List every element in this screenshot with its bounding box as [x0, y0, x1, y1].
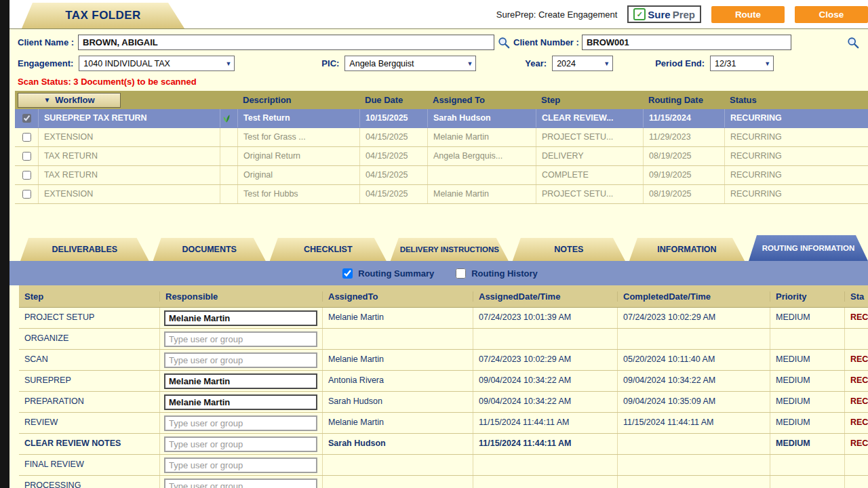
- col-header-due-date: Due Date: [359, 95, 427, 105]
- routing-row: ORGANIZE: [19, 329, 868, 350]
- workflow-name: EXTENSION: [38, 185, 220, 203]
- routing-assigned-datetime: [473, 476, 617, 488]
- workflow-row[interactable]: TAX RETURN Original 04/15/2025 COMPLETE …: [15, 166, 868, 185]
- engagement-select[interactable]: 1040 INDIVIDUAL TAX ▼: [79, 56, 235, 71]
- close-button[interactable]: Close: [795, 6, 868, 23]
- routing-completed-datetime: [617, 434, 770, 454]
- tab-routing-information[interactable]: ROUTING INFORMATION: [749, 235, 868, 261]
- routing-assigned-to: Sarah Hudson: [322, 392, 473, 412]
- routing-history-checkbox-input[interactable]: [456, 268, 466, 279]
- routing-completed-datetime: 09/04/2024 10:34:22 AM: [617, 371, 770, 391]
- period-end-select[interactable]: 12/31 ▼: [710, 56, 774, 71]
- year-select[interactable]: 2024 ▼: [552, 56, 613, 71]
- responsible-input[interactable]: [164, 310, 317, 326]
- engagement-label: Engagement:: [18, 58, 73, 68]
- routing-priority: MEDIUM: [770, 350, 844, 370]
- pic-value: Angela Bergquist: [349, 59, 414, 68]
- routing-history-checkbox[interactable]: Routing History: [453, 266, 538, 281]
- client-number-search-icon[interactable]: [847, 37, 859, 49]
- routing-assigned-datetime: [473, 329, 617, 349]
- workflow-row[interactable]: TAX RETURN Original Return 04/15/2025 An…: [15, 147, 868, 166]
- tab-delivery-instructions[interactable]: DELIVERY INSTRUCTIONS: [391, 238, 509, 261]
- tab-deliverables[interactable]: DELIVERABLES: [20, 238, 149, 261]
- workflow-assigned-to: Melanie Martin: [427, 128, 536, 146]
- workflow-row[interactable]: EXTENSION Test for Hubbs 04/15/2025 Mela…: [15, 185, 868, 204]
- routing-step: PROCESSING: [19, 476, 159, 488]
- workflow-assigned-to: [427, 166, 536, 184]
- responsible-input[interactable]: [164, 352, 317, 368]
- workflow-row[interactable]: SUREPREP TAX RETURN Test Return 10/15/20…: [15, 109, 868, 128]
- col-header-routing-date: Routing Date: [643, 95, 724, 105]
- routing-row: REVIEW Melanie Martin 11/15/2024 11:44:1…: [19, 413, 868, 434]
- workflow-status: RECURRING: [724, 147, 868, 165]
- route-button[interactable]: Route: [711, 6, 785, 23]
- routing-summary-checkbox[interactable]: Routing Summary: [340, 266, 434, 281]
- workflow-row-checkbox[interactable]: [22, 190, 31, 199]
- client-name-search-icon[interactable]: [498, 37, 510, 49]
- workflow-row-checkbox[interactable]: [22, 133, 31, 142]
- routing-step: PROJECT SETUP: [19, 308, 159, 328]
- workflow-step: PROJECT SETU...: [536, 185, 643, 203]
- tab-notes[interactable]: NOTES: [513, 238, 625, 261]
- tab-checklist[interactable]: CHECKLIST: [270, 238, 387, 261]
- routing-table-header: Step Responsible AssignedTo AssignedDate…: [19, 285, 868, 308]
- col-header-status: Status: [724, 95, 868, 105]
- workflow-assigned-to: Melanie Martin: [427, 185, 536, 203]
- filter-bar: Engagement: 1040 INDIVIDUAL TAX ▼ PIC: A…: [9, 52, 868, 73]
- responsible-input[interactable]: [164, 394, 317, 410]
- routing-row: SUREPREP Antonia Rivera 09/04/2024 10:34…: [19, 371, 868, 392]
- col-header-priority: Priority: [770, 291, 844, 302]
- routing-row: PREPARATION Sarah Hudson 09/04/2024 10:3…: [19, 392, 868, 413]
- routing-step: REVIEW: [19, 413, 159, 433]
- col-header-assignedto: AssignedTo: [322, 291, 473, 302]
- routing-priority: [770, 476, 844, 488]
- responsible-input[interactable]: [164, 331, 317, 347]
- col-header-description: Description: [237, 95, 359, 105]
- client-number-input[interactable]: [582, 35, 791, 50]
- responsible-input[interactable]: [164, 479, 317, 488]
- workflow-routing-date: 08/19/2025: [643, 185, 724, 203]
- workflow-step: PROJECT SETU...: [536, 128, 643, 146]
- routing-priority: MEDIUM: [770, 413, 844, 433]
- workflow-row-checkbox[interactable]: [22, 152, 31, 161]
- routing-summary-checkbox-input[interactable]: [342, 268, 353, 279]
- routing-row: SCAN Melanie Martin 07/24/2023 10:02:29 …: [19, 350, 868, 371]
- workflow-assigned-to: Sarah Hudson: [427, 109, 536, 127]
- routing-row: PROJECT SETUP Melanie Martin 07/24/2023 …: [19, 308, 868, 329]
- workflow-dropdown[interactable]: ▼ Workflow: [18, 93, 121, 108]
- routing-status: REC: [844, 308, 868, 328]
- tab-label: CHECKLIST: [304, 245, 353, 254]
- routing-summary-label: Routing Summary: [358, 268, 434, 279]
- responsible-input[interactable]: [164, 415, 317, 431]
- col-header-assigned-datetime: AssignedDate/Time: [473, 291, 617, 302]
- responsible-input[interactable]: [164, 436, 317, 452]
- create-engagement-link[interactable]: SurePrep: Create Engagement: [496, 9, 618, 20]
- pic-select[interactable]: Angela Bergquist ▼: [344, 56, 476, 71]
- workflow-row-checkbox[interactable]: [22, 114, 31, 123]
- routing-assigned-to: [322, 455, 473, 475]
- workflow-row-checkbox[interactable]: [22, 171, 31, 180]
- workflow-row[interactable]: EXTENSION Test for Grass ... 04/15/2025 …: [15, 128, 868, 147]
- workflow-assigned-to: Angela Bergquis...: [427, 147, 536, 165]
- workflow-due-date: 10/15/2025: [359, 109, 427, 127]
- routing-assigned-datetime: 11/15/2024 11:44:11 AM: [473, 434, 617, 454]
- year-label: Year:: [525, 58, 547, 68]
- routing-assigned-to: [322, 329, 473, 349]
- workflow-table-header: ▼ Workflow Description Due Date Assigned…: [15, 91, 868, 109]
- tab-information[interactable]: INFORMATION: [629, 238, 745, 261]
- workflow-step: CLEAR REVIEW...: [536, 109, 643, 127]
- workflow-name: TAX RETURN: [38, 166, 220, 184]
- routing-priority: MEDIUM: [770, 434, 844, 454]
- workflow-description: Test for Hubbs: [237, 185, 359, 203]
- tab-documents[interactable]: DOCUMENTS: [153, 238, 266, 261]
- workflow-routing-date: 11/15/2024: [643, 109, 724, 127]
- responsible-input[interactable]: [164, 458, 317, 473]
- workflow-status: RECURRING: [724, 128, 868, 146]
- window-left-edge: [0, 0, 9, 488]
- routing-assigned-datetime: [473, 455, 617, 475]
- workflow-dropdown-label: Workflow: [55, 95, 94, 105]
- responsible-input[interactable]: [164, 373, 317, 389]
- tab-label: DOCUMENTS: [182, 245, 237, 254]
- client-name-input[interactable]: [78, 35, 494, 50]
- tax-folder-tab[interactable]: TAX FOLDER: [22, 3, 184, 28]
